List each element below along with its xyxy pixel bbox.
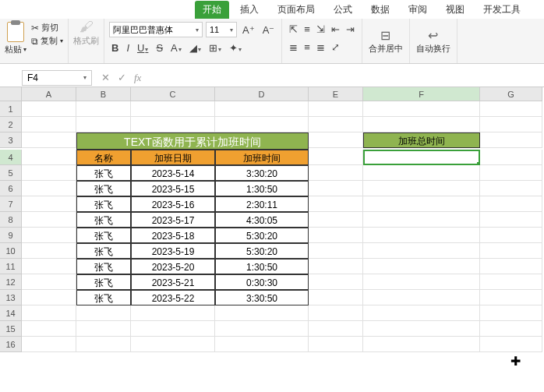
cell[interactable]	[309, 196, 363, 212]
cell[interactable]	[309, 150, 363, 165]
table-title[interactable]: TEXT函数用于累计加班时间	[76, 132, 309, 150]
cell[interactable]	[22, 132, 76, 148]
strikethrough-button[interactable]: S	[154, 41, 165, 55]
select-all-corner[interactable]	[0, 87, 22, 101]
cell[interactable]	[131, 101, 215, 117]
cell[interactable]	[309, 305, 363, 321]
col-header-B[interactable]: B	[76, 87, 131, 101]
col-header-C[interactable]: C	[131, 87, 215, 101]
copy-button[interactable]: ⧉复制▾	[31, 35, 63, 47]
cell[interactable]	[309, 321, 363, 337]
name-box[interactable]: F4 ▾	[22, 70, 92, 86]
tab-view[interactable]: 视图	[438, 1, 472, 19]
data-time-cell[interactable]: 5:30:20	[215, 228, 309, 243]
cut-button[interactable]: ✂剪切	[31, 22, 63, 34]
fill-color-button[interactable]: ◢	[187, 41, 203, 55]
cell[interactable]	[76, 305, 131, 321]
font-color-button[interactable]: A	[168, 41, 184, 55]
row-header[interactable]: 11	[0, 259, 22, 274]
data-time-cell[interactable]: 0:30:30	[215, 274, 309, 290]
data-date-cell[interactable]: 2023-5-19	[131, 243, 215, 259]
cell-style-button[interactable]: ✦	[227, 41, 244, 55]
orientation-icon[interactable]: ⤢	[329, 40, 342, 55]
cell[interactable]	[22, 228, 76, 243]
cell[interactable]	[76, 117, 131, 132]
fx-icon[interactable]: fx	[134, 72, 141, 84]
cell[interactable]	[22, 165, 76, 181]
cell[interactable]	[76, 337, 131, 352]
tab-start[interactable]: 开始	[195, 1, 229, 19]
cell[interactable]	[363, 101, 480, 117]
cell[interactable]	[22, 290, 76, 305]
cell[interactable]	[215, 321, 309, 337]
cell[interactable]	[309, 337, 363, 352]
data-time-cell[interactable]: 1:30:50	[215, 259, 309, 274]
tab-data[interactable]: 数据	[363, 1, 397, 19]
cell[interactable]	[363, 196, 480, 212]
data-date-cell[interactable]: 2023-5-21	[131, 274, 215, 290]
cell[interactable]	[76, 321, 131, 337]
data-name-cell[interactable]: 张飞	[76, 196, 131, 212]
paste-button[interactable]: 粘贴▾	[5, 44, 26, 55]
cell[interactable]	[363, 228, 480, 243]
row-header[interactable]: 4	[0, 150, 22, 165]
underline-button[interactable]: U	[135, 41, 150, 55]
row-header[interactable]: 13	[0, 290, 22, 305]
data-name-cell[interactable]: 张飞	[76, 165, 131, 181]
cell[interactable]	[363, 243, 480, 259]
data-date-cell[interactable]: 2023-5-20	[131, 259, 215, 274]
data-time-cell[interactable]: 5:30:20	[215, 243, 309, 259]
cell[interactable]	[309, 259, 363, 274]
col-header-D[interactable]: D	[215, 87, 309, 101]
wrap-text[interactable]: ↩ 自动换行	[410, 19, 457, 63]
bold-button[interactable]: B	[109, 41, 121, 55]
cell[interactable]	[131, 305, 215, 321]
cell[interactable]	[363, 337, 480, 352]
font-size-select[interactable]: 11▾	[206, 22, 237, 37]
increase-font-icon[interactable]: A⁺	[240, 23, 257, 37]
cell[interactable]	[22, 321, 76, 337]
data-time-cell[interactable]: 3:30:50	[215, 290, 309, 305]
format-painter[interactable]: 🖌 格式刷	[69, 19, 104, 63]
align-top-icon[interactable]: ⇱	[287, 22, 300, 37]
cell[interactable]	[22, 117, 76, 132]
paste-icon[interactable]	[7, 22, 24, 42]
row-header[interactable]: 5	[0, 165, 22, 181]
tab-layout[interactable]: 页面布局	[270, 1, 323, 19]
data-time-cell[interactable]: 3:30:20	[215, 165, 309, 181]
cell[interactable]	[22, 181, 76, 196]
cell[interactable]	[480, 274, 542, 290]
row-header[interactable]: 14	[0, 305, 22, 321]
cell[interactable]	[22, 337, 76, 352]
col-header-E[interactable]: E	[309, 87, 363, 101]
cell[interactable]	[480, 290, 542, 305]
cell[interactable]	[480, 117, 542, 132]
decrease-font-icon[interactable]: A⁻	[260, 23, 277, 37]
cell[interactable]	[215, 337, 309, 352]
cell[interactable]	[22, 212, 76, 228]
font-name-select[interactable]: 阿里巴巴普惠体▾	[109, 22, 203, 37]
cell[interactable]	[480, 228, 542, 243]
tab-formula[interactable]: 公式	[326, 1, 360, 19]
data-date-cell[interactable]: 2023-5-16	[131, 196, 215, 212]
cell[interactable]	[131, 337, 215, 352]
cell[interactable]	[309, 181, 363, 196]
cell[interactable]	[363, 290, 480, 305]
data-name-cell[interactable]: 张飞	[76, 243, 131, 259]
align-left-icon[interactable]: ≣	[287, 40, 300, 55]
col-header-A[interactable]: A	[22, 87, 76, 101]
cell[interactable]	[480, 259, 542, 274]
data-date-cell[interactable]: 2023-5-22	[131, 290, 215, 305]
merge-center[interactable]: ⊟ 合并居中	[362, 19, 410, 63]
cell[interactable]	[309, 101, 363, 117]
cell[interactable]	[480, 150, 542, 165]
cell[interactable]	[22, 101, 76, 117]
cell[interactable]	[363, 212, 480, 228]
indent-decrease-icon[interactable]: ⇤	[329, 22, 342, 37]
row-header[interactable]: 3	[0, 132, 22, 148]
row-header[interactable]: 15	[0, 321, 22, 337]
align-bottom-icon[interactable]: ⇲	[314, 22, 327, 37]
cell[interactable]	[22, 305, 76, 321]
cell[interactable]	[363, 259, 480, 274]
confirm-icon[interactable]: ✓	[118, 72, 126, 83]
